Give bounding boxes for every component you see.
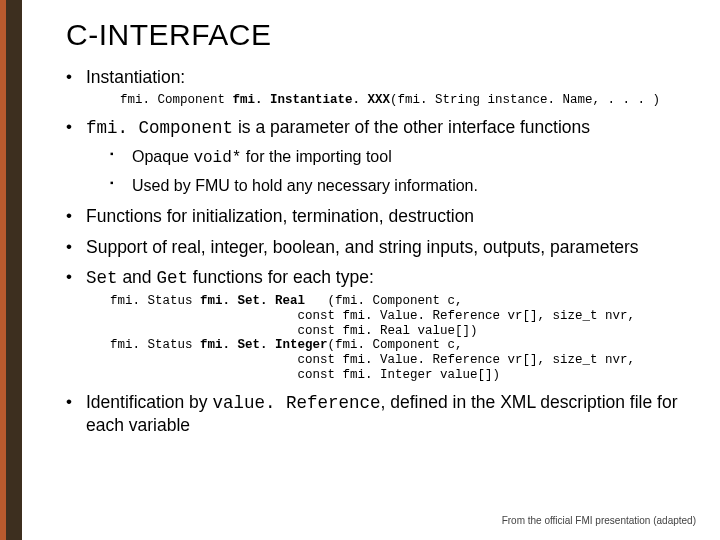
bullet-instantiation: Instantiation: fmi. Component fmi. Insta… xyxy=(66,66,692,108)
mono-segment: value. Reference xyxy=(212,393,380,413)
text-segment: Identification by xyxy=(86,392,212,412)
text-segment: for the importing tool xyxy=(241,148,391,165)
sub-list: Opaque void* for the importing tool Used… xyxy=(110,146,692,197)
bullet-identification: Identification by value. Reference, defi… xyxy=(66,391,692,438)
bullet-text: Instantiation: xyxy=(86,67,185,87)
bullet-functions: Functions for initialization, terminatio… xyxy=(66,205,692,228)
sub-bullet-usedby: Used by FMU to hold any necessary inform… xyxy=(110,175,692,197)
footer-credit: From the official FMI presentation (adap… xyxy=(502,515,696,526)
mono-segment: fmi. Component xyxy=(86,118,233,138)
mono-segment: void* xyxy=(193,149,241,167)
bullet-component-param: fmi. Component is a parameter of the oth… xyxy=(66,116,692,197)
bullet-list: Instantiation: fmi. Component fmi. Insta… xyxy=(66,66,692,437)
sub-bullet-opaque: Opaque void* for the importing tool xyxy=(110,146,692,170)
code-setget: fmi. Status fmi. Set. Real (fmi. Compone… xyxy=(110,294,692,383)
code-instantiation: fmi. Component fmi. Instantiate. XXX(fmi… xyxy=(120,92,692,108)
slide-body: C-INTERFACE Instantiation: fmi. Componen… xyxy=(22,0,720,540)
bullet-setget: Set and Get functions for each type: fmi… xyxy=(66,266,692,382)
text-segment: functions for each type: xyxy=(188,267,374,287)
text-segment: and xyxy=(118,267,157,287)
text-segment: Opaque xyxy=(132,148,193,165)
slide-title: C-INTERFACE xyxy=(66,18,692,52)
bullet-support: Support of real, integer, boolean, and s… xyxy=(66,236,692,259)
mono-segment: Set xyxy=(86,268,118,288)
mono-segment: Get xyxy=(156,268,188,288)
slide-accent-stripe xyxy=(0,0,22,540)
text-segment: is a parameter of the other interface fu… xyxy=(233,117,590,137)
